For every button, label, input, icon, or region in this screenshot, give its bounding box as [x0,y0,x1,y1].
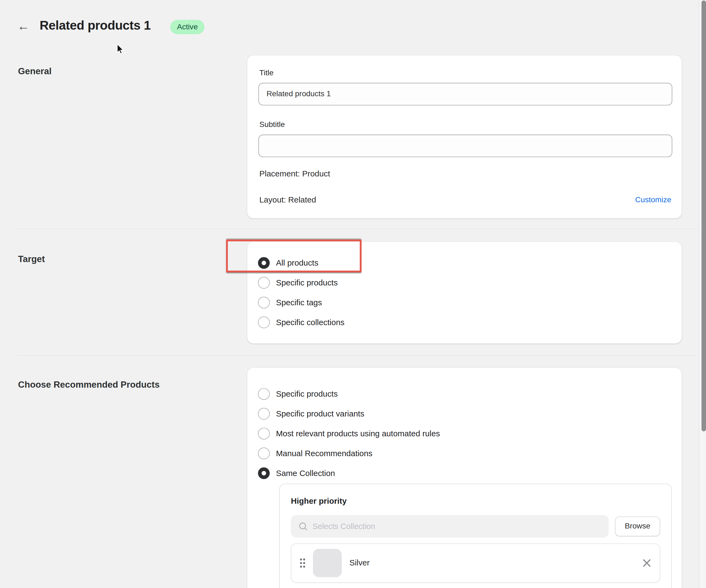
subtitle-input[interactable] [259,134,672,157]
scrollbar-track[interactable] [699,0,706,588]
subtitle-field-label: Subtitle [259,120,285,129]
recommended-section-label: Choose Recommended Products [18,380,160,390]
recommended-card: Specific products Specific product varia… [247,368,681,588]
placement-text: Placement: Product [259,169,330,179]
recommended-option-specific-products[interactable]: Specific products [258,388,338,400]
collection-name: Silver [349,558,641,568]
recommended-option-manual[interactable]: Manual Recommendations [258,447,372,459]
radio-selected-icon[interactable] [258,467,270,479]
customize-link[interactable]: Customize [635,195,671,204]
recommended-option-automated-rules[interactable]: Most relevant products using automated r… [258,428,440,439]
title-input[interactable] [259,83,672,106]
target-option-specific-collections[interactable]: Specific collections [258,316,345,328]
remove-collection-button[interactable] [641,557,652,569]
annotation-highlight-box [226,239,361,272]
target-option-specific-products[interactable]: Specific products [258,277,338,289]
arrow-left-icon: ← [17,19,30,33]
mouse-pointer-icon [117,44,124,55]
title-field-label: Title [259,69,273,77]
recommended-option-specific-variants[interactable]: Specific product variants [258,408,364,420]
recommended-option-same-collection[interactable]: Same Collection [258,467,335,479]
collection-list-item: Silver [291,543,660,583]
section-divider [17,355,696,356]
same-collection-panel: Higher priority Browse [279,483,672,588]
section-divider [17,229,696,229]
scrollbar-thumb[interactable] [701,1,706,431]
radio-icon[interactable] [258,388,270,400]
radio-icon[interactable] [258,447,270,459]
page: ← Related products 1 Active General Titl… [0,0,706,588]
back-button[interactable]: ← [16,19,31,33]
status-badge: Active [170,20,204,34]
radio-icon[interactable] [258,316,270,328]
drag-handle-icon[interactable] [299,558,306,568]
close-icon [642,558,651,568]
collection-thumbnail [313,549,342,577]
target-option-specific-tags[interactable]: Specific tags [258,297,322,308]
radio-icon[interactable] [258,277,270,289]
search-icon [299,522,308,531]
radio-icon[interactable] [258,428,270,439]
collection-search-box[interactable] [291,515,609,538]
layout-text: Layout: Related [259,195,316,205]
radio-icon[interactable] [258,297,270,308]
general-section-label: General [18,66,51,76]
general-card: Title Subtitle Placement: Product Layout… [247,55,681,219]
radio-icon[interactable] [258,408,270,420]
higher-priority-label: Higher priority [291,497,347,506]
collection-search-input[interactable] [308,515,609,538]
browse-button[interactable]: Browse [615,516,660,536]
page-title: Related products 1 [40,18,151,33]
target-section-label: Target [18,254,45,264]
